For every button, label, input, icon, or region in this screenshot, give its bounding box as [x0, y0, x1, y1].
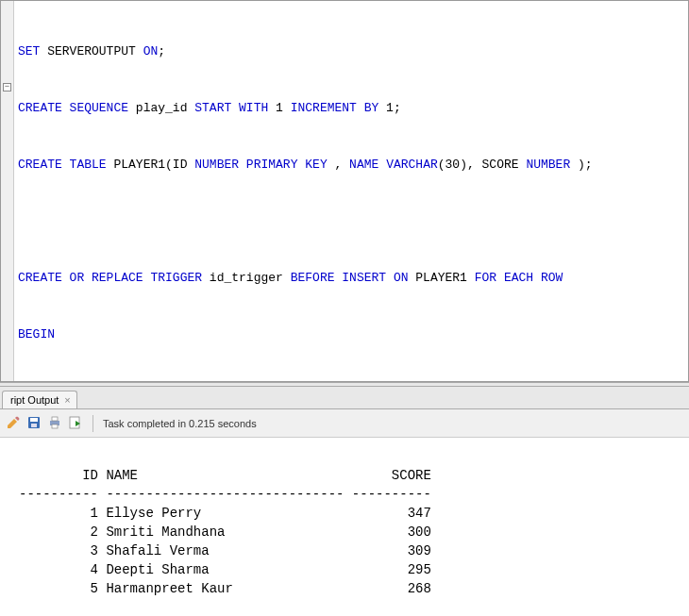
save-icon[interactable] — [26, 415, 42, 432]
result-separator: ---------- -----------------------------… — [19, 487, 431, 502]
run-sheet-icon[interactable] — [68, 415, 83, 432]
sql-editor-pane[interactable]: − SET SERVEROUTPUT ON; CREATE SEQUENCE p… — [0, 0, 689, 382]
svg-rect-4 — [52, 417, 58, 421]
output-toolbar: Task completed in 0.215 seconds — [0, 409, 689, 438]
pencil-icon[interactable] — [6, 415, 21, 432]
result-row: 4 Deepti Sharma 295 — [19, 562, 431, 577]
code-line: CREATE OR REPLACE TRIGGER id_trigger BEF… — [18, 269, 688, 288]
task-status-text: Task completed in 0.215 seconds — [103, 418, 257, 429]
editor-gutter: − — [1, 1, 14, 381]
svg-rect-2 — [31, 424, 37, 427]
code-line: CREATE SEQUENCE play_id START WITH 1 INC… — [18, 99, 688, 118]
fold-collapse-icon[interactable]: − — [3, 83, 11, 92]
result-row: 5 Harmanpreet Kaur 268 — [19, 581, 431, 596]
code-line: SET SERVEROUTPUT ON; — [18, 42, 688, 61]
print-icon[interactable] — [47, 415, 62, 432]
code-line: CREATE TABLE PLAYER1(ID NUMBER PRIMARY K… — [18, 156, 688, 175]
svg-rect-5 — [52, 425, 58, 428]
toolbar-separator — [92, 415, 93, 432]
code-line-blank — [18, 212, 688, 231]
result-row: 1 Ellyse Perry 347 — [19, 506, 431, 521]
result-row: 3 Shafali Verma 309 — [19, 543, 431, 558]
output-tab-strip: ript Output × — [0, 387, 689, 409]
result-header: ID NAME SCORE — [19, 468, 431, 483]
script-output-body[interactable]: ID NAME SCORE ---------- ---------------… — [0, 438, 689, 608]
close-icon[interactable]: × — [64, 394, 70, 406]
svg-rect-1 — [30, 418, 38, 422]
tab-label: ript Output — [10, 394, 59, 406]
result-row: 2 Smriti Mandhana 300 — [19, 524, 431, 540]
tab-script-output[interactable]: ript Output × — [2, 391, 77, 408]
code-area[interactable]: SET SERVEROUTPUT ON; CREATE SEQUENCE pla… — [1, 1, 688, 382]
code-line: BEGIN — [18, 325, 688, 344]
